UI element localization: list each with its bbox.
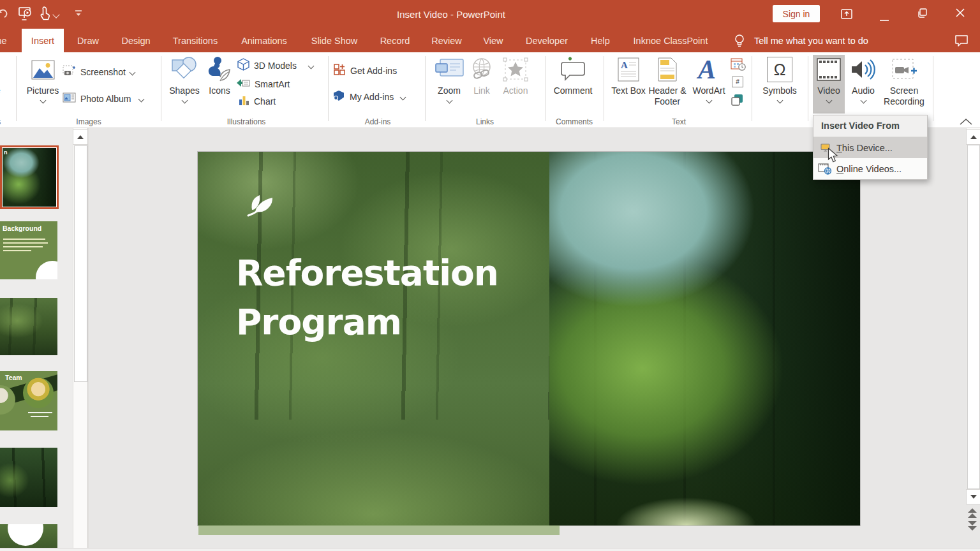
svg-text:A: A [621,60,628,70]
group-separator [16,56,17,121]
comment-button[interactable]: Comment [549,55,597,114]
touch-mode-icon[interactable] [38,6,51,24]
tab-review[interactable]: Review [431,36,462,46]
thumbnail-image: n [3,148,56,207]
thumbnail-shape [36,261,57,279]
object-button[interactable] [731,93,744,109]
ribbon-display-options-icon[interactable] [840,8,853,23]
audio-button[interactable]: Audio [848,55,879,114]
thumbnail-scroll-up-button[interactable] [73,129,88,145]
action-icon [503,55,528,84]
link-icon [469,55,494,84]
slide-thumbnail-4[interactable]: Team [0,371,57,430]
thumbnail-photo [23,378,54,408]
main-scrollbar-thumb[interactable] [967,145,980,489]
my-add-ins-icon [332,89,345,105]
group-separator [752,56,752,121]
smartart-button[interactable]: SmartArt [236,77,290,91]
pictures-button[interactable]: Pictures [24,55,61,114]
text-box-icon: A [618,55,639,84]
tab-inknoe-classpoint[interactable]: Inknoe ClassPoint [634,36,708,46]
start-slideshow-icon[interactable] [19,6,32,24]
photo-album-button[interactable]: Photo Album [63,92,144,106]
get-add-ins-icon [334,64,346,78]
tab-transitions[interactable]: Transitions [173,36,218,46]
zoom-button[interactable]: Zoom [433,55,466,114]
slide-number-button[interactable]: # [732,77,743,87]
chevron-down-icon [138,96,145,102]
screen-recording-button[interactable]: Screen Recording [880,55,928,114]
customize-quick-access-icon[interactable] [74,9,83,20]
pictures-icon [31,55,55,84]
previous-slide-button[interactable] [968,508,977,518]
tell-me-box[interactable]: Tell me what you want to do [754,36,868,46]
group-separator [425,56,426,121]
tab-draw[interactable]: Draw [77,36,99,46]
date-time-button[interactable] [731,57,746,74]
tab-insert[interactable]: Insert [22,29,64,52]
next-slide-button[interactable] [968,521,977,531]
slide-footer-bar-shape [198,525,560,535]
thumbnail-shape [8,524,43,546]
undo-icon[interactable] [0,7,8,22]
slide-title[interactable]: Reforestation Program [236,249,498,347]
my-add-ins-button[interactable]: My Add-ins [332,90,405,104]
tab-view[interactable]: View [483,36,503,46]
tab-slide-show[interactable]: Slide Show [311,36,358,46]
omega-icon: Ω [767,57,792,82]
slide-thumbnail-1[interactable]: n [0,145,59,209]
tab-animations[interactable]: Animations [241,36,287,46]
thumbnail-scrollbar-thumb[interactable] [74,145,87,382]
slide-thumbnail-5[interactable] [0,448,57,507]
text-box-button[interactable]: A Text Box [611,55,646,114]
group-label-illustrations: Illustrations [176,117,316,126]
collapse-ribbon-icon[interactable] [959,117,973,128]
close-button[interactable] [955,8,965,20]
tab-developer[interactable]: Developer [526,36,568,46]
slide-thumbnail-2[interactable]: Background [0,221,57,279]
status-bar [0,548,980,551]
shapes-button[interactable]: Shapes [167,55,202,114]
group-separator [933,56,933,121]
header-footer-button[interactable]: Header & Footer [646,55,688,114]
video-icon [817,55,841,84]
powerpoint-window: Insert Video - PowerPoint Sign in Home I… [0,0,980,551]
tab-home[interactable]: Home [0,36,7,46]
panel-divider[interactable] [87,128,88,548]
svg-text:A: A [696,57,716,82]
thumbnail-text-line [3,239,45,240]
tab-record[interactable]: Record [380,36,410,46]
minimize-button[interactable] [879,13,889,24]
icons-icon [206,55,233,84]
group-label-tables: Tables [0,117,15,126]
zoom-icon [434,55,464,84]
chart-button[interactable]: Chart [239,94,276,108]
restore-button[interactable] [917,8,928,21]
chevron-down-icon [129,69,135,75]
sign-in-button[interactable]: Sign in [773,5,820,22]
comment-icon [558,55,588,84]
tab-design[interactable]: Design [121,36,150,46]
comments-pane-icon[interactable] [954,34,969,50]
screenshot-button[interactable]: Screenshot [63,65,135,79]
slide-thumbnail-6[interactable] [0,524,57,551]
scroll-down-button[interactable] [966,489,980,504]
slide-thumbnail-3[interactable] [0,298,57,355]
3d-models-button[interactable]: 3D Models [237,59,313,73]
chevron-down-icon [181,98,188,104]
symbols-button[interactable]: Ω Symbols [759,55,800,114]
video-button[interactable]: Video [813,55,845,114]
menu-item-label: This Device... [836,143,893,153]
get-add-ins-button[interactable]: Get Add-ins [334,64,397,78]
slide-editing-area[interactable]: Reforestation Program [198,152,860,525]
wordart-button[interactable]: A WordArt [689,55,729,114]
screenshot-icon [63,65,76,80]
table-button[interactable]: Table [0,55,9,114]
scroll-up-button[interactable] [966,129,980,145]
chart-icon [239,95,249,108]
tab-help[interactable]: Help [591,36,610,46]
chevron-down-icon [776,98,783,104]
mouse-cursor [828,147,839,166]
icons-button[interactable]: Icons [204,55,235,114]
group-separator [808,56,808,121]
